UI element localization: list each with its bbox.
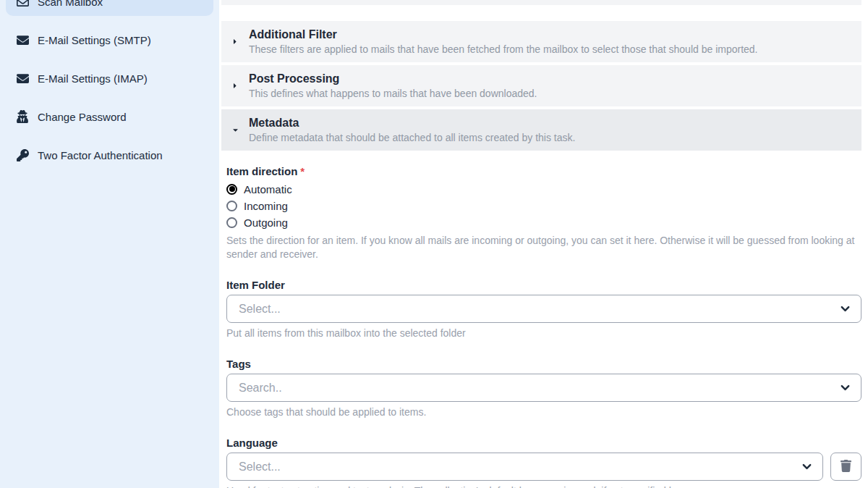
sidebar-item-label: E-Mail Settings (SMTP): [38, 34, 151, 46]
settings-page: Scan Mailbox E-Mail Settings (SMTP) E-Ma…: [0, 0, 868, 488]
language-input[interactable]: [239, 460, 801, 474]
language-select[interactable]: [226, 453, 823, 481]
section-header-metadata[interactable]: Metadata Define metadata that should be …: [221, 109, 861, 151]
metadata-form: Item direction* Automatic Incoming Outgo…: [221, 153, 861, 488]
language-help: Used for text extraction and text analys…: [226, 484, 861, 488]
section-mailbox-settings-partial: These settings define which mails are fe…: [221, 0, 861, 18]
tags-select[interactable]: [226, 374, 861, 402]
item-folder-select[interactable]: [226, 295, 861, 323]
sidebar-item-scan-mailbox[interactable]: Scan Mailbox: [6, 0, 213, 16]
trash-icon: [841, 460, 851, 474]
tags-field: Tags Choose tags that should be applied …: [226, 358, 861, 419]
sidebar-item-two-factor-auth[interactable]: Two Factor Authentication: [6, 140, 213, 169]
chevron-down-icon[interactable]: [840, 303, 851, 314]
scan-mailbox-form: These settings define which mails are fe…: [219, 0, 868, 488]
tags-input[interactable]: [239, 382, 840, 395]
sidebar-item-label: Scan Mailbox: [38, 0, 103, 8]
key-icon: [16, 149, 29, 161]
section-description: This defines what happens to mails that …: [249, 87, 537, 101]
radio-option-automatic[interactable]: Automatic: [226, 181, 861, 197]
sidebar-item-email-settings-smtp[interactable]: E-Mail Settings (SMTP): [6, 25, 213, 54]
envelope-outline-icon: [16, 0, 29, 8]
item-folder-field: Item Folder Put all items from this mail…: [226, 279, 861, 340]
required-asterisk: *: [300, 165, 305, 177]
section-description: These filters are applied to mails that …: [249, 43, 758, 56]
envelope-icon: [16, 34, 29, 46]
language-label: Language: [226, 437, 861, 449]
section-header-post-processing[interactable]: Post Processing This defines what happen…: [221, 65, 861, 106]
radio-outgoing[interactable]: [226, 217, 237, 228]
caret-down-icon: [229, 115, 242, 145]
radio-automatic[interactable]: [226, 184, 237, 195]
tags-label: Tags: [226, 358, 861, 370]
section-title: Additional Filter: [249, 27, 758, 43]
item-direction-help: Sets the direction for an item. If you k…: [226, 234, 861, 261]
section-description: Define metadata that should be attached …: [249, 131, 575, 145]
item-folder-help: Put all items from this mailbox into the…: [226, 327, 861, 340]
sidebar-nav: Scan Mailbox E-Mail Settings (SMTP) E-Ma…: [0, 0, 219, 169]
radio-incoming[interactable]: [226, 201, 237, 211]
caret-right-icon: [229, 71, 242, 101]
envelope-icon: [16, 72, 29, 85]
sidebar-item-label: E-Mail Settings (IMAP): [38, 72, 148, 85]
clear-language-button[interactable]: [830, 453, 861, 481]
section-header-additional-filter[interactable]: Additional Filter These filters are appl…: [221, 21, 861, 62]
sidebar-item-label: Change Password: [38, 111, 127, 123]
chevron-down-icon[interactable]: [840, 382, 851, 393]
sidebar-item-email-settings-imap[interactable]: E-Mail Settings (IMAP): [6, 64, 213, 93]
user-secret-icon: [16, 110, 29, 123]
settings-sidebar: Scan Mailbox E-Mail Settings (SMTP) E-Ma…: [0, 0, 219, 488]
sidebar-item-label: Two Factor Authentication: [38, 149, 163, 161]
sidebar-item-change-password[interactable]: Change Password: [6, 102, 213, 131]
section-title: Post Processing: [249, 71, 537, 87]
section-header-mailbox-settings[interactable]: These settings define which mails are fe…: [221, 0, 861, 5]
radio-option-incoming[interactable]: Incoming: [226, 198, 861, 214]
language-field: Language Used for text extraction a: [226, 437, 861, 488]
item-direction-field: Item direction* Automatic Incoming Outgo…: [226, 165, 861, 261]
item-direction-label: Item direction*: [226, 165, 861, 177]
chevron-down-icon[interactable]: [801, 461, 812, 472]
caret-right-icon: [229, 27, 242, 56]
section-title: Metadata: [249, 115, 575, 131]
item-folder-input[interactable]: [239, 303, 840, 316]
tags-help: Choose tags that should be applied to it…: [226, 405, 861, 419]
item-folder-label: Item Folder: [226, 279, 861, 291]
radio-option-outgoing[interactable]: Outgoing: [226, 214, 861, 230]
